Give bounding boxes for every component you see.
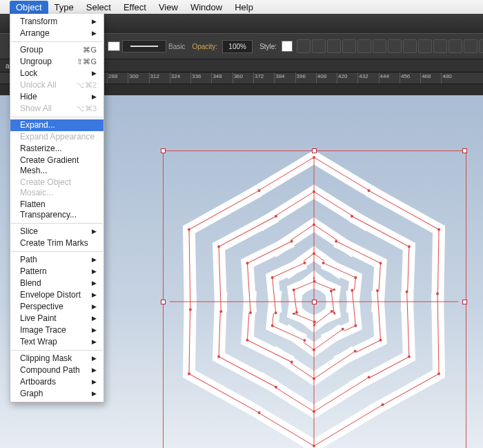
chevron-right-icon: ▶ bbox=[92, 353, 97, 364]
ruler-tick: 372 bbox=[253, 72, 254, 84]
menu-item-create-trim-marks[interactable]: Create Trim Marks bbox=[10, 237, 103, 249]
chevron-right-icon: ▶ bbox=[92, 302, 97, 312]
menu-item-graph[interactable]: Graph▶ bbox=[10, 388, 103, 400]
mac-menubar: Object Type Select Effect View Window He… bbox=[0, 0, 483, 14]
ruler-tick: 300 bbox=[128, 72, 128, 84]
opacity-label: Opacity: bbox=[192, 43, 217, 50]
menu-item-slice[interactable]: Slice▶ bbox=[10, 226, 103, 237]
align-icon[interactable] bbox=[373, 39, 386, 53]
menu-item-compound-path[interactable]: Compound Path▶ bbox=[10, 364, 103, 376]
ruler-tick: 432 bbox=[357, 72, 358, 84]
menu-select[interactable]: Select bbox=[80, 1, 117, 14]
align-icon[interactable] bbox=[327, 39, 341, 53]
chevron-right-icon: ▶ bbox=[92, 313, 97, 324]
menu-item-path[interactable]: Path▶ bbox=[10, 254, 103, 266]
align-icon[interactable] bbox=[388, 39, 402, 53]
align-icon[interactable] bbox=[403, 39, 417, 53]
menu-item-pattern[interactable]: Pattern▶ bbox=[10, 266, 103, 277]
menu-item-group[interactable]: Group⌘G bbox=[10, 44, 103, 56]
ruler-tick: 336 bbox=[190, 72, 191, 84]
transform-icon[interactable] bbox=[479, 39, 483, 53]
ruler-tick: 396 bbox=[295, 72, 296, 84]
selection-bounding-box[interactable] bbox=[163, 150, 465, 448]
menu-item-create-gradient-mesh[interactable]: Create Gradient Mesh... bbox=[10, 155, 103, 177]
chevron-right-icon: ▶ bbox=[92, 377, 97, 387]
chevron-right-icon: ▶ bbox=[92, 226, 97, 237]
align-icon[interactable] bbox=[297, 39, 310, 53]
ruler-tick: 468 bbox=[420, 72, 421, 84]
handle-mid-right[interactable] bbox=[462, 300, 467, 304]
ruler-tick: 408 bbox=[316, 72, 317, 84]
ruler-tick: 480 bbox=[441, 72, 442, 84]
opacity-input[interactable] bbox=[222, 40, 253, 53]
ruler-tick: 444 bbox=[379, 72, 379, 84]
handle-top-mid[interactable] bbox=[312, 148, 317, 153]
fill-swatch[interactable] bbox=[108, 41, 120, 51]
align-icon[interactable] bbox=[357, 39, 371, 53]
align-icon[interactable] bbox=[418, 39, 432, 53]
menu-item-ungroup[interactable]: Ungroup⇧⌘G bbox=[10, 56, 103, 68]
align-icon[interactable] bbox=[433, 39, 447, 53]
stroke-profile-select[interactable] bbox=[122, 40, 166, 52]
align-icon[interactable] bbox=[312, 39, 326, 53]
menu-type[interactable]: Type bbox=[48, 1, 80, 14]
ruler-tick: 456 bbox=[400, 72, 400, 84]
handle-top-left[interactable] bbox=[161, 148, 166, 153]
align-icon[interactable] bbox=[342, 39, 356, 53]
ruler-tick: 420 bbox=[337, 72, 337, 84]
menu-item-rasterize[interactable]: Rasterize... bbox=[10, 143, 103, 155]
ruler-tick: 360 bbox=[233, 72, 233, 84]
ruler-tick: 348 bbox=[211, 72, 212, 84]
menu-item-envelope-distort[interactable]: Envelope Distort▶ bbox=[10, 289, 103, 301]
menu-object[interactable]: Object bbox=[10, 1, 48, 14]
menu-item-create-object-mosaic: Create Object Mosaic... bbox=[10, 177, 103, 199]
menu-item-image-trace[interactable]: Image Trace▶ bbox=[10, 324, 103, 336]
handle-mid-left[interactable] bbox=[161, 300, 166, 304]
menu-item-arrange[interactable]: Arrange▶ bbox=[10, 28, 103, 39]
chevron-right-icon: ▶ bbox=[92, 337, 97, 347]
menu-item-flatten-transparency[interactable]: Flatten Transparency... bbox=[10, 199, 103, 221]
ruler-tick: 324 bbox=[170, 72, 170, 84]
menu-view[interactable]: View bbox=[152, 1, 184, 14]
transform-icon[interactable] bbox=[464, 39, 477, 53]
menu-item-unlock-all: Unlock All⌥⌘2 bbox=[10, 79, 103, 91]
chevron-right-icon: ▶ bbox=[92, 389, 97, 399]
menu-item-hide[interactable]: Hide▶ bbox=[10, 91, 103, 103]
menu-item-expand-appearance: Expand Appearance bbox=[10, 131, 103, 143]
handle-center[interactable] bbox=[312, 300, 317, 304]
chevron-right-icon: ▶ bbox=[92, 290, 97, 300]
menu-item-expand[interactable]: Expand... bbox=[10, 119, 103, 131]
graphic-style-swatch[interactable] bbox=[282, 41, 293, 52]
chevron-right-icon: ▶ bbox=[92, 68, 97, 79]
chevron-right-icon: ▶ bbox=[92, 365, 97, 376]
menu-effect[interactable]: Effect bbox=[117, 1, 152, 14]
menu-window[interactable]: Window bbox=[184, 1, 228, 14]
chevron-right-icon: ▶ bbox=[92, 266, 97, 277]
align-icon[interactable] bbox=[448, 39, 462, 53]
chevron-right-icon: ▶ bbox=[92, 255, 97, 265]
menu-help[interactable]: Help bbox=[228, 1, 259, 14]
stroke-preset-label: Basic bbox=[168, 43, 185, 50]
chevron-right-icon: ▶ bbox=[92, 17, 97, 27]
menu-item-blend[interactable]: Blend▶ bbox=[10, 277, 103, 289]
menu-item-lock[interactable]: Lock▶ bbox=[10, 68, 103, 79]
menu-item-live-paint[interactable]: Live Paint▶ bbox=[10, 313, 103, 324]
menu-item-clipping-mask[interactable]: Clipping Mask▶ bbox=[10, 353, 103, 364]
style-label: Style: bbox=[259, 43, 277, 50]
ruler-tick: 312 bbox=[149, 72, 150, 84]
menu-item-transform[interactable]: Transform▶ bbox=[10, 16, 103, 28]
ruler-tick: 288 bbox=[107, 72, 108, 84]
chevron-right-icon: ▶ bbox=[92, 28, 97, 39]
handle-top-right[interactable] bbox=[462, 148, 467, 153]
menu-item-artboards[interactable]: Artboards▶ bbox=[10, 376, 103, 388]
menu-item-perspective[interactable]: Perspective▶ bbox=[10, 301, 103, 313]
ruler-tick: 384 bbox=[274, 72, 275, 84]
chevron-right-icon: ▶ bbox=[92, 325, 97, 335]
menu-item-text-wrap[interactable]: Text Wrap▶ bbox=[10, 336, 103, 348]
chevron-right-icon: ▶ bbox=[92, 278, 97, 289]
menu-item-show-all: Show All⌥⌘3 bbox=[10, 103, 103, 115]
chevron-right-icon: ▶ bbox=[92, 92, 97, 102]
object-menu-dropdown: Transform▶Arrange▶Group⌘GUngroup⇧⌘GLock▶… bbox=[10, 14, 104, 402]
